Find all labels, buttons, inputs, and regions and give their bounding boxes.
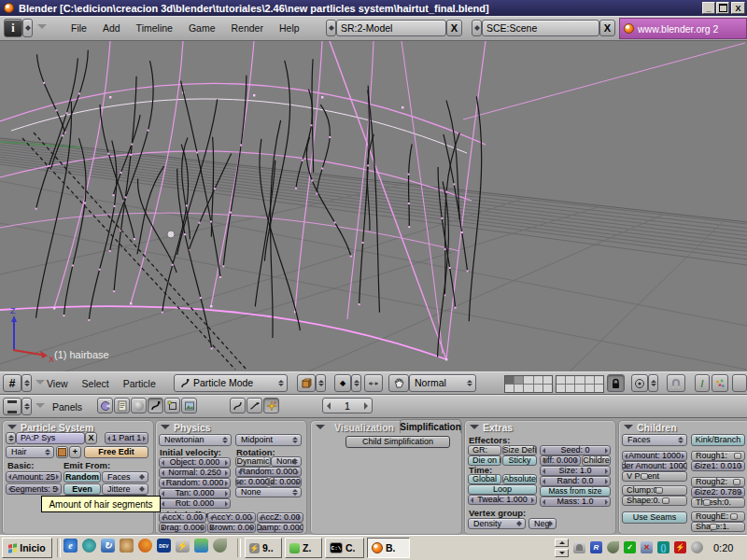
render-amount-field[interactable]: der Amount: 1000	[622, 461, 687, 471]
layer-16[interactable]	[557, 385, 565, 392]
panel-physics-collapse-icon[interactable]	[161, 425, 170, 429]
taskbar-scroll-up[interactable]	[555, 539, 569, 547]
ps-part-field[interactable]: 1 Part 1	[105, 432, 148, 444]
size-defl-toggle[interactable]: Size Defl	[502, 445, 537, 455]
tray-user-icon[interactable]	[573, 541, 585, 553]
ie-icon[interactable]: e	[63, 539, 78, 553]
stiff-field[interactable]: tiff: 0.000	[540, 455, 581, 466]
draw-type-spinner[interactable]	[316, 374, 326, 392]
thresh-slider[interactable]: Thresh:0.	[691, 497, 745, 508]
subcontext-object-button[interactable]	[230, 398, 246, 413]
gr-field[interactable]: GR:	[468, 445, 501, 455]
scene-selector[interactable]: SCE:Scene	[482, 20, 599, 36]
rough2-slider[interactable]: Rough2:	[691, 477, 745, 487]
panel-physics-title[interactable]: Physics	[174, 422, 211, 433]
shape-slider[interactable]: Shape:0.	[622, 496, 687, 506]
winamp-icon[interactable]: ⚡	[176, 539, 190, 553]
leaf-icon[interactable]	[213, 539, 227, 553]
children-amount-field[interactable]: Amount: 1000	[622, 451, 687, 461]
use-seams-toggle[interactable]: Use Seams	[622, 511, 687, 524]
window-type-spinner[interactable]	[22, 19, 33, 37]
brown-field[interactable]: Brown: 0.00	[207, 523, 256, 533]
angular-v-dropdown[interactable]: None	[235, 487, 302, 497]
tray-antivirus-check-icon[interactable]: ✓	[624, 541, 636, 553]
panel-extras-collapse-icon[interactable]	[470, 425, 479, 429]
restore-button[interactable]	[716, 2, 729, 14]
menu-render[interactable]: Render	[232, 22, 263, 34]
view3d-window-type-spinner[interactable]	[21, 374, 32, 392]
tray-realplayer-icon[interactable]: R	[590, 541, 602, 553]
ps-add-button[interactable]: +	[69, 446, 81, 458]
velocity-rot-field[interactable]: Rot: 0.000	[159, 498, 231, 509]
buttons-window-type-button[interactable]	[3, 398, 21, 415]
screen-delete-button[interactable]: X	[446, 20, 462, 36]
layer-13[interactable]	[524, 385, 532, 392]
pivot-button[interactable]: ◆	[334, 374, 351, 392]
layer-4[interactable]	[534, 376, 543, 384]
midpoint-dropdown[interactable]: Midpoint	[235, 434, 302, 446]
pivot-spinner[interactable]	[351, 374, 361, 392]
taskbar-scroll-down[interactable]	[555, 549, 569, 557]
layer-12[interactable]	[514, 385, 523, 392]
layer-18[interactable]	[575, 385, 584, 392]
layer-8[interactable]	[575, 376, 584, 384]
drag-field[interactable]: Drag: 0.000	[159, 523, 206, 533]
velocity-tan-field[interactable]: Tan: 0.000	[159, 488, 231, 498]
kink-branch-toggle[interactable]: Kink/Branch	[691, 434, 745, 446]
menu-panels[interactable]: Panels	[52, 401, 82, 413]
frame-prev-icon[interactable]	[327, 402, 331, 410]
amount-field[interactable]: Amount: 25	[6, 471, 62, 483]
tweak-field[interactable]: Tweak: 1.000	[468, 495, 537, 505]
panel-extras-title[interactable]: Extras	[483, 422, 513, 433]
snap-button[interactable]	[667, 374, 685, 392]
partial-header-button[interactable]	[732, 374, 747, 392]
dev-cpp-icon[interactable]: DEV	[157, 539, 171, 553]
manipulator-button[interactable]	[364, 374, 383, 392]
neg-toggle[interactable]: Neg	[529, 518, 557, 529]
shape-end-slider[interactable]: Shape:1.	[691, 522, 745, 532]
task-winamp[interactable]: ⚡ 9..	[245, 538, 282, 558]
velocity-random-field[interactable]: Random: 0.000	[159, 478, 231, 488]
layer-7[interactable]	[566, 376, 574, 384]
menu-view[interactable]: View	[47, 378, 68, 389]
view3d-collapse-icon[interactable]	[35, 380, 45, 385]
rotation-dynamic-button[interactable]: Dynamic	[235, 456, 271, 467]
ftp-app-icon[interactable]: ↻	[101, 539, 115, 553]
start-button[interactable]: Inicio	[2, 538, 52, 558]
free-edit-button[interactable]: Free Edit	[84, 446, 148, 458]
tray-leaf-icon[interactable]	[607, 541, 619, 553]
rough-end-slider[interactable]: RoughE:	[691, 511, 745, 522]
tab-visualization[interactable]: Visualization	[334, 422, 394, 433]
children-toggle[interactable]: Childre	[582, 455, 611, 466]
ps-name-field[interactable]: PA:P Sys	[16, 432, 85, 444]
layer-buttons-1[interactable]	[504, 375, 553, 393]
viewport-3d[interactable]: Z X (1) hairbase	[0, 41, 747, 371]
close-button[interactable]: X	[731, 2, 745, 14]
view3d-window-type-button[interactable]: #	[3, 374, 21, 392]
mass-field[interactable]: Mass: 1.0	[540, 497, 611, 507]
context-editing-button[interactable]	[164, 398, 180, 413]
size1-field[interactable]: Size1: 0.010	[691, 461, 745, 471]
rand-field[interactable]: Rand: 0.0	[540, 476, 611, 486]
task-cmd[interactable]: C:\ C.	[325, 538, 364, 558]
vparent-slider[interactable]: V Parent	[622, 471, 687, 482]
tray-zonealarm-icon[interactable]: ⚡	[674, 541, 686, 553]
phase-rand-field[interactable]: d: 0.000	[269, 477, 302, 487]
child-simplification-button[interactable]: Child Simplification	[345, 436, 450, 448]
menu-add[interactable]: Add	[103, 22, 120, 34]
scene-delete-button[interactable]: X	[599, 20, 615, 36]
task-blender-active[interactable]: B.	[367, 538, 410, 558]
size2-field[interactable]: Size2: 0.789	[691, 487, 745, 497]
layer-17[interactable]	[566, 385, 574, 392]
globe-icon[interactable]	[82, 539, 96, 553]
density-dropdown[interactable]: Density	[468, 518, 526, 529]
size-field[interactable]: Size: 1.0	[540, 466, 611, 476]
emit-even-toggle[interactable]: Even	[63, 483, 101, 495]
seed-field[interactable]: Seed: 0	[540, 445, 611, 455]
comb-tool-button[interactable]	[388, 374, 409, 392]
proportional-edit-button[interactable]	[631, 374, 648, 392]
mass-from-size-toggle[interactable]: Mass from size	[540, 486, 611, 497]
layer-1-active[interactable]	[505, 376, 514, 384]
draw-type-button[interactable]	[297, 374, 316, 392]
sticky-toggle[interactable]: Sticky	[502, 455, 537, 466]
